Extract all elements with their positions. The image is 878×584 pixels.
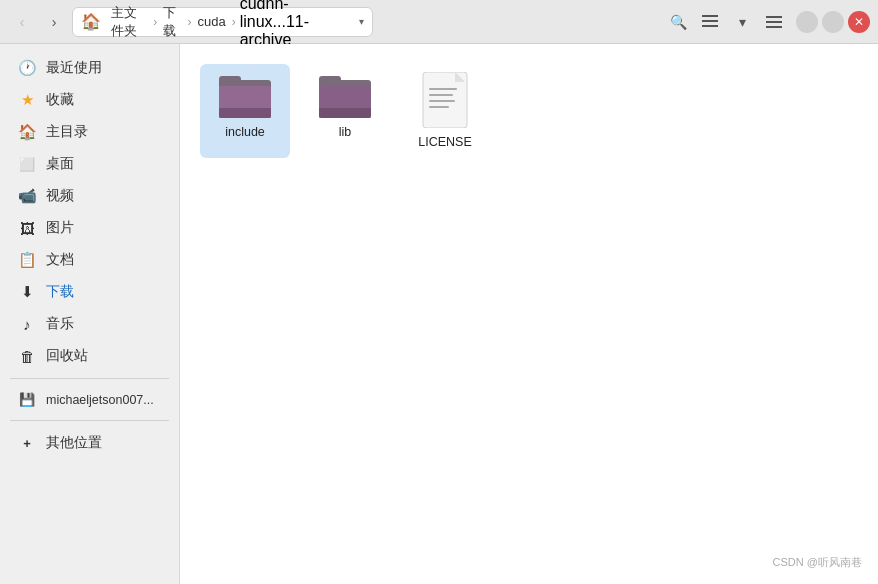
breadcrumb-item-home[interactable]: 主文件夹 <box>109 4 149 40</box>
sidebar-item-music[interactable]: ♪ 音乐 <box>4 308 175 340</box>
svg-rect-17 <box>429 88 457 90</box>
sidebar-item-pictures[interactable]: 🖼 图片 <box>4 212 175 244</box>
search-button[interactable]: 🔍 <box>664 8 692 36</box>
other-locations-icon: + <box>18 436 36 451</box>
titlebar: ‹ › 🏠 主文件夹 › 下载 › cuda › cudnn-linux...1… <box>0 0 878 44</box>
hamburger-icon <box>766 16 782 28</box>
sidebar-label-desktop: 桌面 <box>46 155 74 173</box>
sidebar-item-desktop[interactable]: ⬜ 桌面 <box>4 148 175 180</box>
bookmarks-icon: ★ <box>18 91 36 109</box>
svg-rect-3 <box>766 16 782 18</box>
svg-rect-0 <box>702 15 718 17</box>
file-item-license[interactable]: LICENSE <box>400 64 490 158</box>
document-icon-license <box>421 72 469 128</box>
music-icon: ♪ <box>18 316 36 333</box>
file-label-include: include <box>225 124 265 140</box>
sidebar-item-home[interactable]: 🏠 主目录 <box>4 116 175 148</box>
window-close-button[interactable]: ✕ <box>848 11 870 33</box>
sidebar-item-bookmarks[interactable]: ★ 收藏 <box>4 84 175 116</box>
sidebar-label-documents: 文档 <box>46 251 74 269</box>
view-list-button[interactable] <box>696 8 724 36</box>
svg-rect-18 <box>429 94 453 96</box>
hamburger-menu-button[interactable] <box>760 8 788 36</box>
svg-rect-19 <box>429 100 455 102</box>
breadcrumb-sep-1: › <box>153 15 157 29</box>
sidebar: 🕐 最近使用 ★ 收藏 🏠 主目录 ⬜ 桌面 📹 视频 🖼 图片 📋 文档 <box>0 44 180 584</box>
svg-rect-2 <box>702 25 718 27</box>
pictures-icon: 🖼 <box>18 220 36 237</box>
breadcrumb-dropdown-icon[interactable]: ▾ <box>359 16 364 27</box>
svg-rect-7 <box>219 76 241 86</box>
nav-forward-button[interactable]: › <box>40 8 68 36</box>
sidebar-item-documents[interactable]: 📋 文档 <box>4 244 175 276</box>
view-list-icon <box>702 15 718 29</box>
svg-rect-4 <box>766 21 782 23</box>
svg-rect-10 <box>219 108 271 118</box>
svg-rect-1 <box>702 20 718 22</box>
sidebar-label-recent: 最近使用 <box>46 59 102 77</box>
breadcrumb-sep-2: › <box>188 15 192 29</box>
network-drive-icon: 💾 <box>18 392 36 407</box>
sidebar-divider-2 <box>10 420 169 421</box>
nav-back-button[interactable]: ‹ <box>8 8 36 36</box>
folder-icon-include <box>219 72 271 118</box>
sidebar-item-trash[interactable]: 🗑 回收站 <box>4 340 175 372</box>
file-item-lib[interactable]: lib <box>300 64 390 158</box>
svg-rect-5 <box>766 26 782 28</box>
videos-icon: 📹 <box>18 187 36 205</box>
folder-icon-lib <box>319 72 371 118</box>
window-maximize-button[interactable]: □ <box>822 11 844 33</box>
breadcrumb-last-item[interactable]: cudnn-linux...11-archive ▾ <box>240 0 364 49</box>
window-minimize-button[interactable]: — <box>796 11 818 33</box>
window-controls: — □ ✕ <box>796 11 870 33</box>
sidebar-label-music: 音乐 <box>46 315 74 333</box>
sidebar-label-network-drive: michaeljetson007... <box>46 393 154 407</box>
sidebar-label-videos: 视频 <box>46 187 74 205</box>
sidebar-divider <box>10 378 169 379</box>
svg-rect-20 <box>429 106 449 108</box>
trash-icon: 🗑 <box>18 348 36 365</box>
sidebar-label-other-locations: 其他位置 <box>46 434 102 452</box>
downloads-icon: ⬇ <box>18 283 36 301</box>
home-icon: 🏠 <box>18 123 36 141</box>
breadcrumb-home-icon[interactable]: 🏠 <box>81 12 101 31</box>
sidebar-item-network-drive[interactable]: 💾 michaeljetson007... <box>4 385 175 414</box>
breadcrumb-sep-3: › <box>232 15 236 29</box>
file-label-license: LICENSE <box>418 134 472 150</box>
main-area: 🕐 最近使用 ★ 收藏 🏠 主目录 ⬜ 桌面 📹 视频 🖼 图片 📋 文档 <box>0 44 878 584</box>
desktop-icon: ⬜ <box>18 157 36 172</box>
file-item-include[interactable]: include <box>200 64 290 158</box>
sidebar-label-home: 主目录 <box>46 123 88 141</box>
sidebar-item-other-locations[interactable]: + 其他位置 <box>4 427 175 459</box>
file-label-lib: lib <box>339 124 352 140</box>
sidebar-item-recent[interactable]: 🕐 最近使用 <box>4 52 175 84</box>
documents-icon: 📋 <box>18 251 36 269</box>
sidebar-item-videos[interactable]: 📹 视频 <box>4 180 175 212</box>
breadcrumb-item-downloads[interactable]: 下载 <box>161 4 183 40</box>
sidebar-label-bookmarks: 收藏 <box>46 91 74 109</box>
sidebar-label-trash: 回收站 <box>46 347 88 365</box>
svg-rect-14 <box>319 108 371 118</box>
file-grid: include lib <box>200 64 858 158</box>
file-content-area: include lib <box>180 44 878 584</box>
breadcrumb-item-cudnn: cudnn-linux...11-archive <box>240 0 356 49</box>
breadcrumb-item-cuda[interactable]: cuda <box>196 14 228 29</box>
sidebar-item-downloads[interactable]: ⬇ 下载 <box>4 276 175 308</box>
breadcrumb: 🏠 主文件夹 › 下载 › cuda › cudnn-linux...11-ar… <box>72 7 373 37</box>
sidebar-label-pictures: 图片 <box>46 219 74 237</box>
sidebar-label-downloads: 下载 <box>46 283 74 301</box>
recent-icon: 🕐 <box>18 59 36 77</box>
svg-rect-12 <box>319 76 341 86</box>
view-options-button[interactable]: ▾ <box>728 8 756 36</box>
